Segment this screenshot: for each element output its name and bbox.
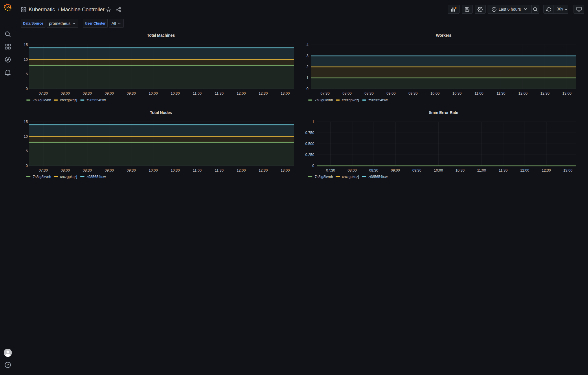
- svg-text:1: 1: [312, 120, 314, 124]
- svg-text:1: 1: [306, 76, 308, 80]
- svg-text:08:30: 08:30: [83, 168, 92, 172]
- svg-text:3: 3: [306, 54, 308, 58]
- svg-text:10:00: 10:00: [149, 91, 158, 95]
- svg-text:07:30: 07:30: [326, 168, 335, 172]
- svg-text:Total Machines: Total Machines: [147, 33, 175, 38]
- svg-text:5: 5: [26, 72, 28, 76]
- svg-text:13:00: 13:00: [563, 91, 572, 95]
- svg-text:11:00: 11:00: [477, 168, 486, 172]
- svg-text:15: 15: [24, 120, 28, 124]
- svg-text:10:00: 10:00: [149, 168, 158, 172]
- svg-text:11:30: 11:30: [497, 91, 505, 95]
- svg-text:z985654tsw: z985654tsw: [368, 98, 388, 102]
- svg-text:11:00: 11:00: [193, 168, 201, 172]
- svg-text:09:30: 09:30: [127, 168, 136, 172]
- svg-text:08:00: 08:00: [348, 168, 357, 172]
- svg-text:12:30: 12:30: [542, 168, 551, 172]
- svg-text:z985654tsw: z985654tsw: [87, 98, 106, 102]
- svg-text:07:30: 07:30: [39, 91, 48, 95]
- svg-text:crczgpkqzj: crczgpkqzj: [60, 98, 77, 102]
- svg-text:7s8lg8kvnh: 7s8lg8kvnh: [33, 98, 51, 102]
- svg-text:10:30: 10:30: [171, 91, 180, 95]
- svg-text:12:30: 12:30: [541, 91, 550, 95]
- svg-text:5min Error Rate: 5min Error Rate: [429, 110, 458, 115]
- svg-text:10: 10: [24, 135, 28, 139]
- svg-text:11:30: 11:30: [499, 168, 508, 172]
- svg-text:0: 0: [26, 87, 28, 91]
- svg-text:13:00: 13:00: [281, 91, 290, 95]
- svg-text:Total Nodes: Total Nodes: [150, 110, 172, 115]
- svg-text:10:30: 10:30: [455, 168, 464, 172]
- svg-text:13:00: 13:00: [563, 168, 572, 172]
- svg-text:10:30: 10:30: [453, 91, 462, 95]
- svg-text:12:00: 12:00: [237, 91, 246, 95]
- svg-text:crczgpkqzj: crczgpkqzj: [342, 175, 359, 179]
- svg-text:z985654tsw: z985654tsw: [87, 175, 106, 179]
- svg-text:10:00: 10:00: [434, 168, 443, 172]
- svg-text:12:00: 12:00: [237, 168, 246, 172]
- svg-text:12:30: 12:30: [259, 91, 268, 95]
- svg-text:13:00: 13:00: [281, 168, 290, 172]
- svg-text:09:00: 09:00: [387, 91, 396, 95]
- svg-text:08:00: 08:00: [61, 168, 70, 172]
- svg-text:12:00: 12:00: [519, 91, 528, 95]
- svg-text:0: 0: [312, 164, 314, 168]
- svg-text:7s8lg8kvnh: 7s8lg8kvnh: [33, 175, 51, 179]
- svg-text:4: 4: [306, 43, 308, 47]
- svg-text:0.500: 0.500: [305, 142, 314, 146]
- svg-text:10:00: 10:00: [431, 91, 440, 95]
- svg-text:09:00: 09:00: [105, 168, 114, 172]
- svg-text:10: 10: [24, 58, 28, 62]
- svg-text:10:30: 10:30: [171, 168, 180, 172]
- svg-text:z985654tsw: z985654tsw: [368, 175, 388, 179]
- svg-text:09:00: 09:00: [105, 91, 114, 95]
- svg-text:0.250: 0.250: [305, 153, 314, 157]
- svg-text:15: 15: [24, 43, 28, 47]
- svg-text:09:30: 09:30: [412, 168, 421, 172]
- svg-text:12:30: 12:30: [259, 168, 268, 172]
- svg-text:09:30: 09:30: [409, 91, 418, 95]
- svg-text:0: 0: [306, 87, 308, 91]
- svg-text:08:00: 08:00: [343, 91, 352, 95]
- svg-text:07:30: 07:30: [321, 91, 330, 95]
- svg-text:11:30: 11:30: [215, 168, 223, 172]
- svg-text:2: 2: [306, 65, 308, 69]
- svg-text:08:30: 08:30: [365, 91, 374, 95]
- svg-text:7s8lg8kvnh: 7s8lg8kvnh: [315, 98, 333, 102]
- svg-text:crczgpkqzj: crczgpkqzj: [342, 98, 359, 102]
- svg-text:09:00: 09:00: [391, 168, 400, 172]
- svg-text:7s8lg8kvnh: 7s8lg8kvnh: [315, 175, 333, 179]
- svg-text:11:00: 11:00: [193, 91, 201, 95]
- svg-text:crczgpkqzj: crczgpkqzj: [60, 175, 77, 179]
- svg-text:11:30: 11:30: [215, 91, 223, 95]
- svg-text:5: 5: [26, 149, 28, 153]
- svg-text:08:30: 08:30: [369, 168, 378, 172]
- svg-text:09:30: 09:30: [127, 91, 136, 95]
- svg-text:0.750: 0.750: [305, 131, 314, 135]
- svg-text:08:00: 08:00: [61, 91, 70, 95]
- svg-text:07:30: 07:30: [39, 168, 48, 172]
- svg-text:Workers: Workers: [436, 33, 451, 38]
- svg-text:11:00: 11:00: [475, 91, 483, 95]
- svg-text:12:00: 12:00: [520, 168, 529, 172]
- svg-text:08:30: 08:30: [83, 91, 92, 95]
- svg-text:0: 0: [26, 164, 28, 168]
